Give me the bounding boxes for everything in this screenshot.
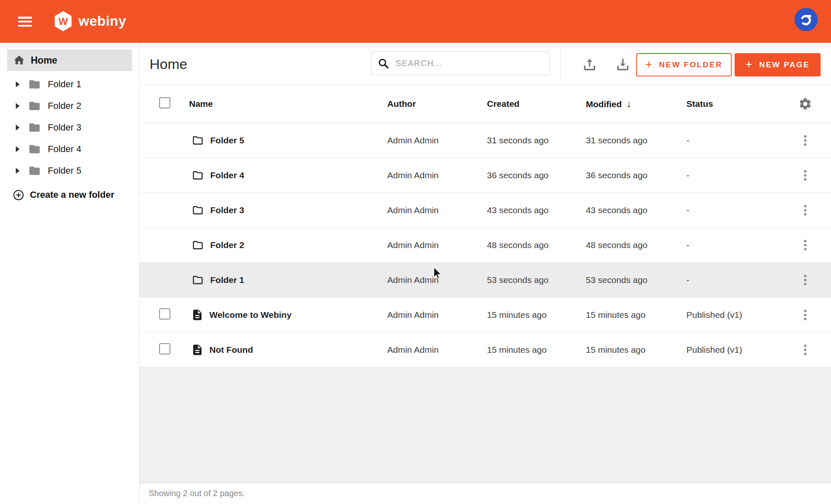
sidebar-folder-label: Folder 3 (48, 122, 81, 133)
select-all-checkbox[interactable] (159, 97, 170, 108)
row-name[interactable]: Folder 1 (210, 275, 244, 285)
sort-desc-icon: ↓ (627, 98, 632, 109)
row-menu-icon[interactable] (799, 133, 811, 148)
column-header-author[interactable]: Author (387, 99, 487, 109)
sidebar-folder-label: Folder 5 (48, 165, 81, 176)
row-modified: 36 seconds ago (586, 170, 686, 180)
gravatar-icon (799, 12, 814, 27)
table-row-page-not-found[interactable]: Not Found Admin Admin 15 minutes ago 15 … (140, 332, 831, 367)
row-menu-icon[interactable] (799, 238, 811, 252)
row-name[interactable]: Not Found (209, 345, 253, 355)
row-status: - (686, 135, 792, 145)
row-menu-icon[interactable] (799, 273, 811, 287)
table-row-page-welcome[interactable]: Welcome to Webiny Admin Admin 15 minutes… (140, 297, 831, 332)
create-folder-label: Create a new folder (30, 189, 114, 200)
sidebar-item-folder-3[interactable]: Folder 3 (0, 117, 139, 138)
column-header-name[interactable]: Name (189, 99, 387, 109)
search-icon (377, 57, 390, 70)
import-pages-button[interactable] (580, 55, 599, 74)
row-created: 15 minutes ago (487, 310, 586, 320)
caret-right-icon[interactable] (16, 125, 20, 130)
row-status: - (686, 170, 792, 180)
sidebar-item-folder-1[interactable]: Folder 1 (0, 74, 139, 95)
user-avatar[interactable] (794, 8, 818, 31)
table-settings-button[interactable] (798, 97, 812, 111)
table-header-row: Name Author Created Modified↓ Status (140, 85, 831, 123)
column-header-modified[interactable]: Modified↓ (586, 98, 686, 110)
folder-icon (27, 121, 42, 134)
sidebar-folder-label: Folder 4 (48, 144, 81, 155)
plus-icon: + (645, 58, 653, 71)
row-created: 31 seconds ago (487, 135, 586, 145)
folder-icon (191, 135, 204, 146)
folder-icon (191, 239, 204, 251)
row-status: - (686, 205, 792, 215)
page-list-main: Home (140, 43, 831, 504)
logo-hexagon-icon: W (54, 11, 72, 32)
caret-right-icon[interactable] (16, 146, 20, 152)
folder-tree-sidebar: Home Folder 1 Folder 2 Folder 3 (0, 43, 140, 504)
row-name[interactable]: Folder 5 (210, 135, 244, 145)
sidebar-home-label: Home (31, 55, 57, 66)
row-created: 53 seconds ago (487, 275, 586, 285)
new-page-button[interactable]: + NEW PAGE (735, 53, 821, 76)
caret-right-icon[interactable] (16, 168, 20, 174)
svg-text:W: W (59, 16, 68, 27)
caret-right-icon[interactable] (16, 103, 20, 109)
row-created: 15 minutes ago (487, 345, 586, 355)
row-checkbox[interactable] (159, 308, 170, 320)
row-author: Admin Admin (387, 345, 487, 355)
sidebar-item-folder-4[interactable]: Folder 4 (0, 138, 139, 160)
toolbar: Home (140, 43, 831, 85)
row-created: 43 seconds ago (487, 205, 586, 215)
row-name[interactable]: Welcome to Webiny (209, 310, 292, 320)
row-modified: 48 seconds ago (586, 240, 686, 250)
create-new-folder-button[interactable]: Create a new folder (0, 184, 139, 206)
sidebar-item-home[interactable]: Home (7, 49, 132, 71)
row-author: Admin Admin (387, 170, 487, 180)
new-page-label: NEW PAGE (759, 60, 810, 69)
sidebar-folder-label: Folder 2 (48, 101, 81, 111)
row-menu-icon[interactable] (799, 168, 811, 182)
table-row-folder-2[interactable]: Folder 2 Admin Admin 48 seconds ago 48 s… (140, 228, 831, 263)
new-folder-button[interactable]: + NEW FOLDER (636, 53, 732, 76)
row-name[interactable]: Folder 3 (210, 205, 244, 215)
caret-right-icon[interactable] (16, 81, 20, 87)
row-status: Published (v1) (686, 345, 792, 355)
table-row-folder-5[interactable]: Folder 5 Admin Admin 31 seconds ago 31 s… (140, 123, 831, 158)
column-header-status[interactable]: Status (686, 99, 792, 109)
row-author: Admin Admin (387, 310, 487, 320)
row-name[interactable]: Folder 2 (210, 240, 244, 250)
row-checkbox[interactable] (159, 343, 170, 354)
table-row-folder-4[interactable]: Folder 4 Admin Admin 36 seconds ago 36 s… (140, 158, 831, 193)
folder-icon (191, 204, 204, 216)
sidebar-item-folder-5[interactable]: Folder 5 (0, 160, 139, 182)
row-modified: 43 seconds ago (586, 205, 686, 215)
row-menu-icon[interactable] (799, 308, 811, 322)
webiny-admin-app: W webiny Home Folder 1 (0, 0, 831, 504)
row-created: 48 seconds ago (487, 240, 586, 250)
page-title: Home (150, 56, 187, 72)
new-folder-label: NEW FOLDER (659, 60, 723, 69)
home-icon (13, 54, 25, 66)
table-row-folder-1[interactable]: Folder 1 Admin Admin 53 seconds ago 53 s… (140, 263, 831, 297)
export-pages-button[interactable] (613, 55, 632, 74)
search-box (371, 52, 550, 75)
folder-icon (27, 100, 42, 112)
row-modified: 15 minutes ago (586, 310, 686, 320)
row-modified: 53 seconds ago (586, 275, 686, 285)
table-row-folder-3[interactable]: Folder 3 Admin Admin 43 seconds ago 43 s… (140, 193, 831, 228)
sidebar-item-folder-2[interactable]: Folder 2 (0, 95, 139, 117)
column-header-created[interactable]: Created (487, 99, 586, 109)
row-status: - (686, 275, 792, 285)
folder-icon (191, 274, 204, 286)
row-name[interactable]: Folder 4 (210, 170, 244, 180)
row-created: 36 seconds ago (487, 170, 586, 180)
row-menu-icon[interactable] (799, 343, 811, 357)
search-input[interactable] (396, 59, 543, 68)
row-author: Admin Admin (387, 205, 487, 215)
hamburger-menu-icon[interactable] (18, 17, 32, 27)
row-menu-icon[interactable] (799, 203, 811, 217)
top-bar: W webiny (0, 0, 831, 43)
plus-icon: + (745, 58, 753, 71)
